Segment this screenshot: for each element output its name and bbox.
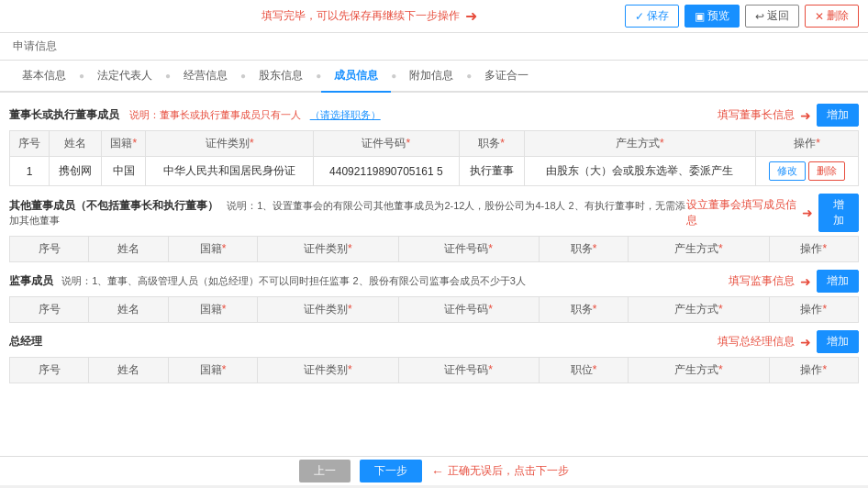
col-position: 职务* <box>459 131 524 157</box>
col-method2: 产生方式* <box>629 237 769 262</box>
gm-table: 序号 姓名 国籍* 证件类别* 证件号码* 职位* 产生方式* 操作* <box>9 357 859 383</box>
board-section-title-area: 董事长或执行董事成员 说明：董事长或执行董事成员只有一人 （请选择职务） <box>9 107 381 123</box>
gm-section-header: 总经理 填写总经理信息 ➜ 增加 <box>9 330 859 353</box>
col-id-type3: 证件类别* <box>258 297 398 323</box>
top-actions: ✓ 保存 ▣ 预览 ↩ 返回 ✕ 删除 <box>625 5 859 28</box>
col-position2: 职务* <box>539 237 628 262</box>
cell-id-type: 中华人民共和国居民身份证 <box>146 157 314 186</box>
back-button[interactable]: ↩ 返回 <box>745 5 799 28</box>
gm-table-header-row: 序号 姓名 国籍* 证件类别* 证件号码* 职位* 产生方式* 操作* <box>10 358 859 383</box>
board-add-hint: 填写董事长信息 ➜ 增加 <box>718 104 859 127</box>
tab-multi-cert[interactable]: 多证合一 <box>472 61 541 93</box>
col-id-type: 证件类别* <box>146 131 314 157</box>
col-id-num4: 证件号码* <box>398 358 539 383</box>
board-section: 董事长或执行董事成员 说明：董事长或执行董事成员只有一人 （请选择职务） 填写董… <box>9 104 859 186</box>
gm-section: 总经理 填写总经理信息 ➜ 增加 序号 姓名 国籍* 证件类别* 证件号码* <box>9 330 859 383</box>
cell-ops: 修改 删除 <box>755 157 858 186</box>
supervisor-add-button[interactable]: 增加 <box>817 270 859 293</box>
col-seq4: 序号 <box>10 358 89 383</box>
supervisor-title: 监事成员 <box>9 274 53 287</box>
delete-icon: ✕ <box>815 10 824 23</box>
board-add-hint-text: 填写董事长信息 <box>718 107 795 123</box>
bottom-bar: 上一 下一步 ← 正确无误后，点击下一步 <box>0 456 868 485</box>
top-hint: 填写完毕，可以先保存再继续下一步操作 ➜ <box>262 7 477 25</box>
tab-shareholder-info[interactable]: 股东信息 <box>246 61 316 93</box>
col-id-num: 证件号码* <box>313 131 459 157</box>
supervisor-section-header: 监事成员 说明：1、董事、高级管理人员（如总经理）不可以同时担任监事 2、股份有… <box>9 270 859 293</box>
save-button[interactable]: ✓ 保存 <box>625 5 679 28</box>
cell-seq: 1 <box>10 157 50 186</box>
board-add-button[interactable]: 增加 <box>817 104 859 127</box>
gm-add-arrow: ➜ <box>800 335 811 349</box>
board-title: 董事长或执行董事成员 <box>9 108 119 121</box>
board-section-header: 董事长或执行董事成员 说明：董事长或执行董事成员只有一人 （请选择职务） 填写董… <box>9 104 859 127</box>
col-nationality3: 国籍* <box>168 297 257 323</box>
tab-basic-info[interactable]: 基本信息 <box>9 61 79 93</box>
delete-button[interactable]: ✕ 删除 <box>805 5 859 28</box>
other-board-add-hint: 设立董事会填写成员信息 ➜ 增加 <box>686 194 859 232</box>
cell-id-num: 44092119890705161 5 <box>313 157 459 186</box>
supervisor-table: 序号 姓名 国籍* 证件类别* 证件号码* 职务* 产生方式* 操作* <box>9 296 859 323</box>
col-ops3: 操作* <box>769 297 858 323</box>
tab-business-info[interactable]: 经营信息 <box>171 61 240 93</box>
col-id-type2: 证件类别* <box>258 237 398 262</box>
bottom-hint: ← 正确无误后，点击下一步 <box>431 463 569 479</box>
col-method3: 产生方式* <box>629 297 769 323</box>
bottom-hint-text: 正确无误后，点击下一步 <box>448 463 569 479</box>
tab-member-info[interactable]: 成员信息 <box>321 61 391 93</box>
bottom-arrow: ← <box>431 464 444 479</box>
gm-add-hint-text: 填写总经理信息 <box>718 334 795 349</box>
other-board-title: 其他董事成员（不包括董事长和执行董事） <box>9 199 218 212</box>
prev-button[interactable]: 上一 <box>299 460 351 482</box>
other-board-table-header-row: 序号 姓名 国籍* 证件类别* 证件号码* 职务* 产生方式* 操作* <box>10 237 859 262</box>
nav-tabs: 基本信息 ● 法定代表人 ● 经营信息 ● 股东信息 ● 成员信息 ● 附加信息… <box>0 61 868 93</box>
tab-label[interactable]: 申请信息 <box>9 33 61 60</box>
supervisor-title-area: 监事成员 说明：1、董事、高级管理人员（如总经理）不可以同时担任监事 2、股份有… <box>9 273 526 289</box>
other-board-section: 其他董事成员（不包括董事长和执行董事） 说明：1、设置董事会的有限公司其他董事成… <box>9 194 859 262</box>
gm-add-button[interactable]: 增加 <box>817 330 859 353</box>
col-name2: 姓名 <box>89 237 168 262</box>
col-name3: 姓名 <box>89 297 168 323</box>
other-board-title-area: 其他董事成员（不包括董事长和执行董事） 说明：1、设置董事会的有限公司其他董事成… <box>9 198 686 227</box>
supervisor-section: 监事成员 说明：1、董事、高级管理人员（如总经理）不可以同时担任监事 2、股份有… <box>9 270 859 323</box>
preview-button[interactable]: ▣ 预览 <box>684 5 740 28</box>
col-id-num3: 证件号码* <box>398 297 539 323</box>
main-content: 董事长或执行董事成员 说明：董事长或执行董事成员只有一人 （请选择职务） 填写董… <box>0 93 868 456</box>
next-button[interactable]: 下一步 <box>360 460 422 482</box>
col-position4: 职位* <box>539 358 628 383</box>
back-icon: ↩ <box>755 10 764 23</box>
col-nationality: 国籍* <box>101 131 145 157</box>
other-board-add-button[interactable]: 增加 <box>818 194 859 232</box>
supervisor-table-header-row: 序号 姓名 国籍* 证件类别* 证件号码* 职务* 产生方式* 操作* <box>10 297 859 323</box>
tab-additional-info[interactable]: 附加信息 <box>396 61 466 93</box>
col-id-type4: 证件类别* <box>258 358 398 383</box>
modify-button[interactable]: 修改 <box>769 161 806 181</box>
gm-title-area: 总经理 <box>9 334 42 349</box>
other-board-section-header: 其他董事成员（不包括董事长和执行董事） 说明：1、设置董事会的有限公司其他董事成… <box>9 194 859 232</box>
table-row: 1 携创网 中国 中华人民共和国居民身份证 44092119890705161 … <box>10 157 859 186</box>
col-ops4: 操作* <box>769 358 858 383</box>
top-hint-arrow: ➜ <box>465 7 477 25</box>
top-bar: 填写完毕，可以先保存再继续下一步操作 ➜ ✓ 保存 ▣ 预览 ↩ 返回 ✕ 删除 <box>0 0 868 33</box>
board-table: 序号 姓名 国籍* 证件类别* 证件号码* 职务* 产生方式* 操作* 1 携创… <box>9 130 859 186</box>
tab-legal-rep[interactable]: 法定代表人 <box>84 61 165 93</box>
col-seq2: 序号 <box>10 237 89 262</box>
save-icon: ✓ <box>635 10 644 23</box>
col-method4: 产生方式* <box>629 358 769 383</box>
cell-nationality: 中国 <box>101 157 145 186</box>
board-table-header-row: 序号 姓名 国籍* 证件类别* 证件号码* 职务* 产生方式* 操作* <box>10 131 859 157</box>
gm-title: 总经理 <box>9 335 42 348</box>
cell-position: 执行董事 <box>459 157 524 186</box>
row-delete-button[interactable]: 删除 <box>808 161 845 181</box>
col-seq3: 序号 <box>10 297 89 323</box>
top-hint-text: 填写完毕，可以先保存再继续下一步操作 <box>262 8 460 24</box>
col-name: 姓名 <box>50 131 102 157</box>
col-position3: 职务* <box>539 297 628 323</box>
supervisor-add-hint: 填写监事信息 ➜ 增加 <box>729 270 859 293</box>
col-ops2: 操作* <box>769 237 858 262</box>
board-link[interactable]: （请选择职务） <box>310 109 381 120</box>
col-nationality2: 国籍* <box>168 237 257 262</box>
other-board-add-hint-text: 设立董事会填写成员信息 <box>686 197 796 228</box>
board-add-arrow: ➜ <box>800 108 811 123</box>
supervisor-add-arrow: ➜ <box>800 274 811 289</box>
